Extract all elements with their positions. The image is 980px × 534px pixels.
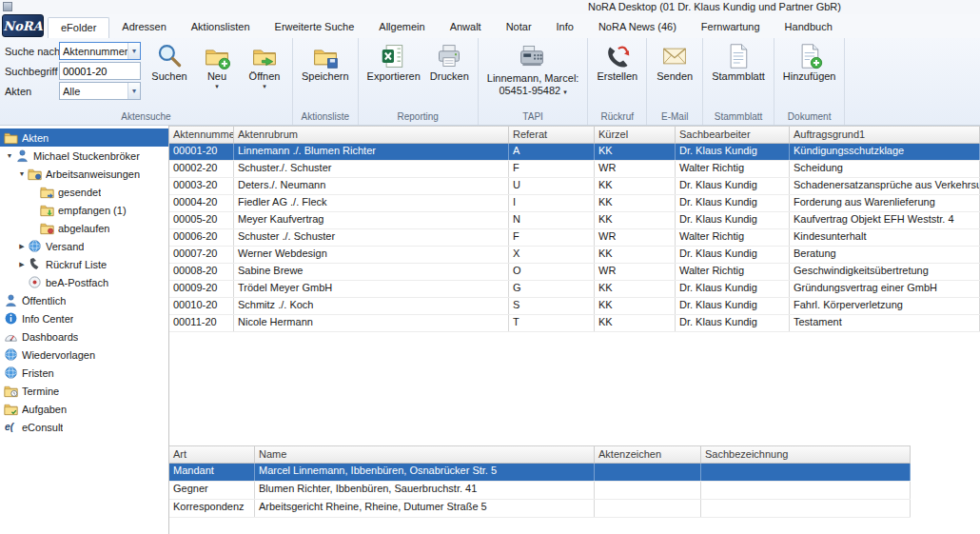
- cases-row-1[interactable]: 00002-20Schuster./. SchusterFWRWalter Ri…: [169, 161, 980, 178]
- hinzufuegen-button[interactable]: Hinzufügen: [779, 41, 840, 82]
- tree-collapsed-icon[interactable]: ▶: [16, 243, 28, 250]
- cases-row-9[interactable]: 00010-20Schmitz ./. KochSKKDr. Klaus Kun…: [169, 298, 980, 315]
- cases-column-aktenrubrum[interactable]: Aktenrubrum: [234, 127, 509, 143]
- parties-column-aktenzeichen[interactable]: Aktenzeichen: [595, 446, 701, 463]
- tab-info[interactable]: Info: [544, 17, 586, 38]
- stammblatt-button[interactable]: Stammblatt: [708, 41, 769, 82]
- cases-cell: O: [509, 264, 595, 280]
- sidebar-item-fristen[interactable]: Fristen: [0, 364, 168, 382]
- cases-row-3[interactable]: 00004-20Fiedler AG ./. FleckIKKDr. Klaus…: [169, 195, 980, 212]
- cases-cell: Dr. Klaus Kundig: [676, 212, 790, 228]
- tab-erweiterte-suche[interactable]: Erweiterte Suche: [263, 17, 367, 38]
- cases-cell: WR: [595, 161, 676, 177]
- sidebar-item-dashboards[interactable]: Dashboards: [0, 327, 168, 346]
- sidebar-item-termine[interactable]: Termine: [0, 382, 168, 400]
- cases-column-aktennummer[interactable]: Aktennummer: [169, 127, 234, 143]
- cases-row-6[interactable]: 00007-20Werner WebdesignXKKDr. Klaus Kun…: [169, 247, 980, 264]
- tapi-contact-name: Linnemann, Marcel:: [487, 72, 579, 84]
- cases-row-2[interactable]: 00003-20Deters./. NeumannUKKDr. Klaus Ku…: [169, 178, 980, 195]
- exportieren-button[interactable]: Exportieren: [363, 41, 424, 82]
- sidebar-item-label: Rückruf Liste: [46, 259, 107, 270]
- suchbegriff-input[interactable]: [59, 62, 141, 80]
- person-icon: [4, 293, 18, 307]
- cases-cell: I: [509, 195, 595, 211]
- sidebar-item-label: Akten: [22, 132, 49, 144]
- parties-row-0[interactable]: MandantMarcel Linnemann, Ibbenbüren, Osn…: [169, 464, 911, 482]
- sidebar-item-wiedervorlagen[interactable]: Wiedervorlagen: [0, 346, 168, 364]
- tab-adressen[interactable]: Adressen: [109, 17, 178, 38]
- cases-cell: Schadenersatzansprüche aus Verkehrsunf.: [790, 178, 980, 194]
- cases-cell: Sabine Brewe: [234, 264, 509, 280]
- sidebar-item-ruckruf-liste[interactable]: ▶Rückruf Liste: [0, 255, 168, 273]
- cases-cell: 00011-20: [169, 315, 234, 331]
- sidebar-item-info-center[interactable]: Info Center: [0, 309, 168, 327]
- oeffnen-button[interactable]: Öffnen ▾: [242, 41, 287, 89]
- sidebar-item-label: eConsult: [22, 422, 63, 433]
- tab-allgemein[interactable]: Allgemein: [366, 17, 437, 38]
- speichern-button[interactable]: Speichern: [298, 41, 353, 82]
- globe-icon: [28, 239, 42, 253]
- akten-combo[interactable]: Alle ▾: [59, 82, 141, 100]
- sidebar-item-arbeitsanweisungen[interactable]: ▼Arbeitsanweisungen: [0, 165, 168, 183]
- sidebar-item-offentlich[interactable]: Öffentlich: [0, 291, 168, 309]
- neu-button[interactable]: Neu ▾: [194, 41, 240, 89]
- tab-fernwartung[interactable]: Fernwartung: [689, 17, 773, 38]
- cases-cell: 00004-20: [169, 195, 234, 211]
- cases-row-10[interactable]: 00011-20Nicole HermannTKKDr. Klaus Kundi…: [169, 315, 980, 332]
- suchen-label: Suchen: [151, 70, 186, 82]
- cases-row-8[interactable]: 00009-20Trödel Meyer GmbHGKKDr. Klaus Ku…: [169, 281, 980, 298]
- parties-cell: [701, 500, 911, 517]
- cases-column-auftragsgrund1[interactable]: Auftragsgrund1: [790, 127, 980, 143]
- sidebar-item-econsult[interactable]: e(eConsult: [0, 418, 168, 436]
- cases-column-kurzel[interactable]: Kürzel: [595, 127, 676, 143]
- suchen-button[interactable]: Suchen: [147, 41, 192, 82]
- nora-logo[interactable]: NoRA: [2, 14, 44, 37]
- tab-efolder[interactable]: eFolder: [48, 17, 109, 38]
- cases-cell: Kaufvertrag Objekt EFH Weststr. 4: [790, 212, 980, 228]
- cases-cell: Dr. Klaus Kundig: [676, 178, 790, 194]
- cases-cell: KK: [595, 298, 676, 314]
- ribbon-group-aktionsliste: Speichern Aktionsliste: [293, 38, 359, 125]
- sidebar-item-bea-postfach[interactable]: beA-Postfach: [0, 273, 168, 291]
- parties-column-art[interactable]: Art: [169, 446, 255, 463]
- tab-aktionslisten[interactable]: Aktionslisten: [179, 17, 263, 38]
- tab-handbuch[interactable]: Handbuch: [773, 17, 845, 38]
- tab-notar[interactable]: Notar: [494, 17, 544, 38]
- suche-nach-value: Aktennummer: [63, 46, 127, 57]
- cases-row-0[interactable]: 00001-20Linnemann ./. Blumen RichterAKKD…: [169, 144, 980, 161]
- sidebar-item-label: Wiedervorlagen: [22, 349, 95, 361]
- sidebar-item-label: Termine: [22, 386, 59, 397]
- drucken-button[interactable]: Drucken: [426, 41, 473, 82]
- parties-column-sachbezeichnung[interactable]: Sachbezeichnung: [701, 446, 911, 463]
- tab-anwalt[interactable]: Anwalt: [438, 17, 494, 38]
- senden-button[interactable]: Senden: [652, 41, 697, 82]
- aktensuche-fields: Suche nach Aktennummer ▾ Suchbegriff Akt…: [5, 41, 141, 101]
- cases-row-7[interactable]: 00008-20Sabine BreweOWRWalter RichtigGes…: [169, 264, 980, 281]
- cases-row-4[interactable]: 00005-20Meyer KaufvertragNKKDr. Klaus Ku…: [169, 212, 980, 229]
- sidebar-item-abgelaufen[interactable]: abgelaufen: [0, 219, 168, 237]
- document-icon: [725, 43, 752, 69]
- cases-row-5[interactable]: 00006-20Schuster ./. SchusterFWRWalter R…: [169, 229, 980, 247]
- tab-nora-news-46[interactable]: NoRA News (46): [586, 17, 689, 38]
- cases-column-sachbearbeiter[interactable]: Sachbearbeiter: [676, 127, 790, 143]
- sidebar-item-aufgaben[interactable]: Aufgaben: [0, 400, 168, 418]
- parties-column-name[interactable]: Name: [255, 446, 595, 463]
- sidebar-item-michael-stuckenbroker[interactable]: ▼Michael Stuckenbröker: [0, 147, 168, 165]
- erstellen-button[interactable]: Erstellen: [593, 41, 641, 82]
- tree-expanded-icon[interactable]: ▼: [16, 170, 28, 177]
- chevron-down-icon[interactable]: ▾: [127, 43, 140, 59]
- suche-nach-combo[interactable]: Aktennummer ▾: [59, 42, 141, 60]
- sidebar-item-akten[interactable]: Akten: [0, 129, 168, 147]
- tree-collapsed-icon[interactable]: ▶: [16, 261, 28, 268]
- sidebar-item-empfangen-1[interactable]: empfangen (1): [0, 201, 168, 219]
- sidebar-item-gesendet[interactable]: gesendet: [0, 183, 168, 201]
- parties-row-1[interactable]: GegnerBlumen Richter, Ibbenbüren, Sauerb…: [169, 482, 911, 500]
- parties-row-2[interactable]: KorrespondenzArbeitsgericht Rheine, Rhei…: [169, 500, 911, 518]
- sidebar-item-versand[interactable]: ▶Versand: [0, 237, 168, 255]
- cases-cell: KK: [595, 281, 676, 297]
- tapi-contact-button[interactable]: Linnemann, Marcel: 05451-95482 ▾: [483, 41, 583, 96]
- cases-column-referat[interactable]: Referat: [509, 127, 595, 143]
- tree-expanded-icon[interactable]: ▼: [4, 152, 15, 159]
- chevron-down-icon[interactable]: ▾: [127, 83, 140, 99]
- sidebar-item-label: Fristen: [22, 367, 54, 379]
